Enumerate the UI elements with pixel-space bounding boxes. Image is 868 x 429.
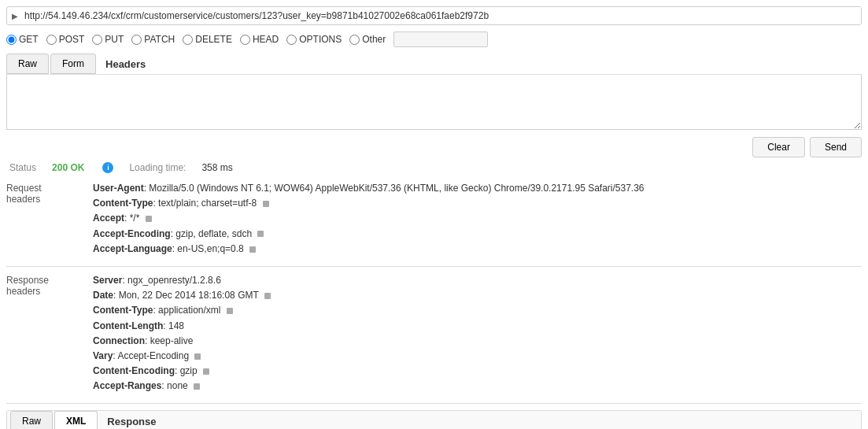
method-get[interactable]: GET (6, 34, 39, 45)
method-patch[interactable]: PATCH (131, 34, 175, 45)
request-headers-label: Requestheaders (6, 181, 93, 257)
tab-raw[interactable]: Raw (6, 54, 49, 74)
edit-icon[interactable] (194, 353, 201, 360)
info-icon: i (102, 162, 113, 173)
method-post[interactable]: POST (46, 34, 85, 45)
req-header-user-agent: User-Agent: Mozilla/5.0 (Windows NT 6.1;… (93, 181, 862, 196)
other-method-input[interactable] (393, 31, 488, 47)
method-head[interactable]: HEAD (240, 34, 279, 45)
req-header-accept: Accept: */* (93, 211, 862, 226)
status-value: 200 OK (52, 162, 84, 173)
resp-header-content-encoding: Content-Encoding: gzip (93, 364, 862, 379)
status-row: Status 200 OK i Loading time: 358 ms (6, 162, 862, 173)
clear-button[interactable]: Clear (752, 137, 805, 157)
req-header-content-type: Content-Type: text/plain; charset=utf-8 (93, 196, 862, 211)
resp-header-content-length: Content-Length: 148 (93, 319, 862, 334)
tab-form[interactable]: Form (50, 54, 96, 74)
tab-headers-label: Headers (98, 54, 153, 74)
loading-label: Loading time: (129, 162, 186, 173)
body-textarea[interactable] (6, 75, 862, 130)
resp-tab-response-label: Response (99, 412, 164, 429)
main-container: ▶ GET POST PUT PATCH DELETE HEAD OPTIONS… (0, 0, 868, 429)
method-options[interactable]: OPTIONS (286, 34, 342, 45)
response-section: Raw XML Response Copy to clipboard Save … (6, 410, 862, 429)
response-headers-content: Server: ngx_openresty/1.2.8.6 Date: Mon,… (93, 273, 862, 394)
resp-header-content-type: Content-Type: application/xml (93, 303, 862, 318)
resp-tab-xml[interactable]: XML (54, 411, 98, 429)
method-delete[interactable]: DELETE (183, 34, 232, 45)
loading-value: 358 ms (201, 162, 232, 173)
url-input[interactable] (23, 7, 861, 24)
divider (6, 266, 862, 267)
req-header-accept-language: Accept-Language: en-US,en;q=0.8 (93, 242, 862, 257)
edit-icon[interactable] (263, 201, 269, 207)
edit-icon[interactable] (264, 293, 271, 299)
edit-icon[interactable] (146, 216, 152, 222)
response-headers-label: Responseheaders (6, 273, 93, 394)
resp-header-server: Server: ngx_openresty/1.2.8.6 (93, 273, 862, 288)
url-bar: ▶ (6, 6, 862, 25)
edit-icon[interactable] (203, 368, 209, 375)
edit-icon[interactable] (257, 231, 264, 237)
edit-icon[interactable] (227, 308, 233, 314)
status-label: Status (9, 162, 36, 173)
send-button[interactable]: Send (810, 137, 862, 157)
response-tabs-row: Raw XML Response (7, 411, 861, 429)
resp-header-accept-ranges: Accept-Ranges: none (93, 379, 862, 394)
resp-tab-raw[interactable]: Raw (10, 411, 53, 429)
method-row: GET POST PUT PATCH DELETE HEAD OPTIONS O… (6, 31, 862, 47)
divider-2 (6, 403, 862, 404)
request-headers-content: User-Agent: Mozilla/5.0 (Windows NT 6.1;… (93, 181, 862, 257)
edit-icon[interactable] (249, 246, 256, 253)
request-tabs-row: Raw Form Headers (6, 54, 862, 75)
url-arrow-icon: ▶ (7, 9, 23, 24)
resp-header-connection: Connection: keep-alive (93, 334, 862, 349)
response-headers-section: Responseheaders Server: ngx_openresty/1.… (6, 273, 862, 394)
method-put[interactable]: PUT (92, 34, 124, 45)
request-headers-section: Requestheaders User-Agent: Mozilla/5.0 (… (6, 181, 862, 257)
action-buttons: Clear Send (6, 137, 862, 157)
resp-header-date: Date: Mon, 22 Dec 2014 18:16:08 GMT (93, 288, 862, 303)
resp-header-vary: Vary: Accept-Encoding (93, 349, 862, 364)
req-header-accept-encoding: Accept-Encoding: gzip, deflate, sdch (93, 227, 862, 242)
edit-icon[interactable] (194, 383, 200, 390)
method-other[interactable]: Other (349, 34, 386, 45)
